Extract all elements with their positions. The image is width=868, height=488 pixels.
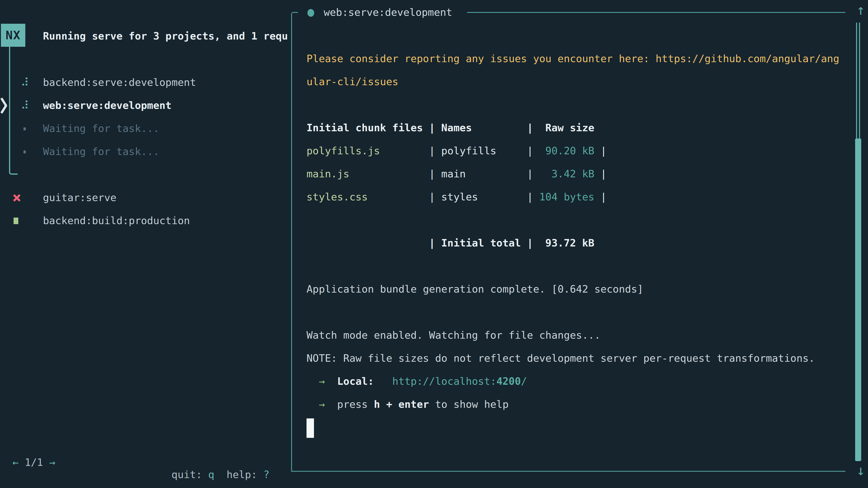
help-hint-label: help: — [226, 468, 264, 481]
pager: ← 1/1 → — [12, 456, 55, 468]
output-panel: web:serve:development Please consider re… — [291, 13, 845, 472]
terminal-line — [307, 255, 844, 278]
terminal-line: main.js | main | 3.42 kB | — [307, 162, 844, 186]
quit-key: q — [208, 468, 214, 481]
statusbar: ← 1/1 → quit: q help: ? — [0, 444, 291, 456]
terminal-text: → — [307, 398, 337, 410]
scroll-down-icon[interactable]: ↓ — [854, 464, 868, 477]
task-row[interactable]: backend:build:production — [0, 209, 291, 232]
terminal-text: | — [594, 191, 607, 203]
hint-separator — [214, 468, 226, 481]
task-row[interactable]: ⠼backend:serve:development — [0, 71, 291, 94]
task-label: guitar:serve — [43, 186, 116, 209]
terminal-text: 104 bytes — [533, 191, 594, 203]
terminal-line: NOTE: Raw file sizes do not reflect deve… — [307, 347, 844, 370]
quit-hint-label: quit: — [172, 468, 209, 481]
task-panel: NX Running serve for 3 projects, and 1 r… — [0, 0, 291, 488]
spinner-icon: ⠼ — [21, 71, 29, 94]
localhost-link[interactable]: http://localhost: — [392, 375, 496, 387]
output-panel-border-top-stub — [292, 12, 298, 13]
terminal-text: Local: — [337, 375, 374, 387]
app-title: Running serve for 3 projects, and 1 requ — [43, 30, 291, 43]
terminal-text: | — [594, 145, 607, 157]
terminal-line: polyfills.js | polyfills | 90.20 kB | — [307, 139, 844, 162]
terminal-line: Please consider reporting any issues you… — [307, 47, 844, 70]
terminal-line: Application bundle generation complete. … — [307, 278, 844, 301]
task-row[interactable]: Waiting for task... — [0, 117, 291, 140]
task-label: backend:build:production — [43, 209, 190, 232]
terminal-line — [307, 208, 844, 232]
terminal-text: | Initial total | — [307, 237, 533, 249]
terminal-text: NOTE: Raw file sizes do not reflect deve… — [307, 352, 815, 364]
pager-prev-icon[interactable]: ← — [12, 456, 19, 468]
pager-count: 1/1 — [19, 456, 49, 468]
terminal-text: 3.42 kB — [533, 168, 594, 180]
help-key: ? — [264, 468, 270, 481]
nx-logo: NX — [1, 24, 25, 47]
terminal-text: Initial chunk files | Names | Raw size — [307, 122, 594, 134]
running-status-dot — [307, 9, 314, 17]
terminal-text: Please consider reporting any issues you… — [307, 53, 839, 65]
terminal-text: h + enter — [374, 398, 429, 410]
terminal-line — [307, 93, 844, 116]
scrollbar-thumb[interactable] — [855, 138, 861, 461]
terminal-text: 93.72 kB — [533, 237, 594, 249]
terminal-line: → press h + enter to show help — [307, 393, 844, 416]
terminal-text: to show help — [429, 398, 508, 410]
localhost-link[interactable]: 4200 — [496, 375, 521, 387]
task-row[interactable]: Waiting for task... — [0, 140, 291, 163]
output-panel-border-top — [467, 12, 845, 13]
task-list-spacer — [0, 163, 291, 186]
terminal-line: styles.css | styles | 104 bytes | — [307, 186, 844, 208]
task-label: backend:serve:development — [43, 71, 196, 94]
terminal-text: | main | — [429, 168, 533, 180]
terminal-line: Initial chunk files | Names | Raw size — [307, 116, 844, 139]
task-row[interactable]: ⠼web:serve:development — [0, 94, 291, 117]
scroll-up-icon[interactable]: ↑ — [854, 3, 868, 17]
square-icon — [13, 218, 18, 224]
terminal-text: 90.20 kB — [533, 145, 594, 157]
terminal-text: | styles | — [429, 191, 533, 203]
scrollbar-track[interactable] — [856, 23, 860, 139]
dot-icon — [24, 151, 26, 153]
selected-chevron-icon — [0, 97, 9, 113]
scrollbar: ↑ ↓ — [852, 0, 868, 488]
terminal-text: polyfills.js — [307, 145, 429, 157]
task-label: Waiting for task... — [43, 140, 159, 163]
pager-next-icon[interactable]: → — [49, 456, 55, 468]
terminal-text: | — [594, 168, 607, 180]
localhost-link[interactable]: / — [521, 375, 527, 387]
terminal-text: main.js — [307, 168, 429, 180]
terminal-text: ular-cli/issues — [307, 76, 398, 88]
terminal-text: → — [307, 375, 337, 387]
terminal-output: Please consider reporting any issues you… — [307, 47, 844, 439]
terminal-line: Watch mode enabled. Watching for file ch… — [307, 324, 844, 347]
task-row[interactable]: guitar:serve — [0, 186, 291, 209]
terminal-line — [307, 301, 844, 324]
terminal-text: | polyfills | — [429, 145, 533, 157]
terminal-text: Watch mode enabled. Watching for file ch… — [307, 329, 600, 341]
task-label: Waiting for task... — [43, 117, 159, 140]
terminal-text: press — [337, 398, 374, 410]
terminal-line: → Local: http://localhost:4200/ — [307, 370, 844, 393]
output-panel-title: web:serve:development — [324, 6, 452, 19]
terminal-cursor — [307, 418, 314, 438]
task-label: web:serve:development — [43, 94, 172, 117]
keyboard-hints: quit: q help: ? — [172, 468, 270, 481]
terminal-line: ular-cli/issues — [307, 70, 844, 93]
spinner-icon: ⠼ — [21, 94, 29, 117]
terminal-line: | Initial total | 93.72 kB — [307, 232, 844, 255]
terminal-text: Application bundle generation complete. … — [307, 283, 643, 295]
terminal-text — [374, 375, 392, 387]
dot-icon — [24, 127, 26, 130]
task-list: ⠼backend:serve:development⠼web:serve:dev… — [0, 71, 291, 232]
cross-icon — [13, 194, 20, 201]
terminal-line — [307, 416, 844, 439]
terminal-text: styles.css — [307, 191, 429, 203]
